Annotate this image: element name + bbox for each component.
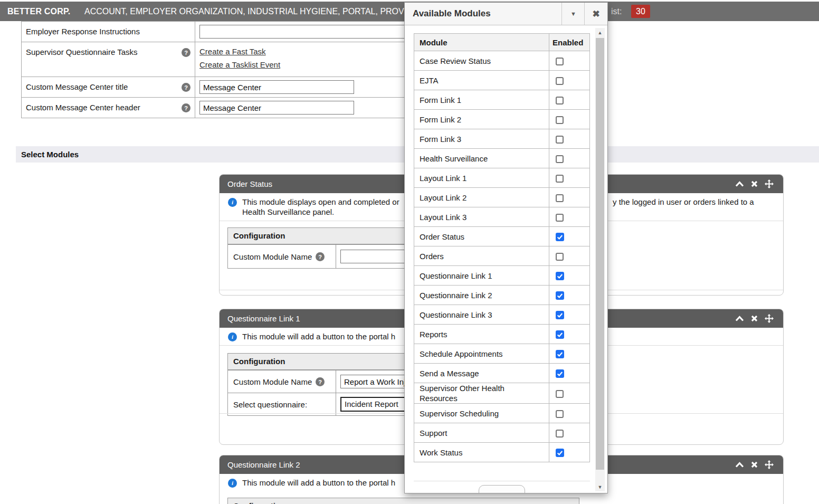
checkbox-checked-icon[interactable] xyxy=(556,350,564,358)
field-label: Custom Message Center title xyxy=(26,82,128,91)
dialog-scrollbar[interactable]: ▲ ▼ xyxy=(595,28,605,491)
checkbox-unchecked-icon[interactable] xyxy=(556,194,564,202)
checkbox-checked-icon[interactable] xyxy=(556,291,564,300)
panel-title: Order Status xyxy=(227,179,272,188)
scrollbar-thumb[interactable] xyxy=(596,38,604,470)
module-row: EJTA xyxy=(414,71,590,90)
module-row: Supervisor Other Health Resources xyxy=(414,383,590,404)
module-enabled-cell xyxy=(549,404,590,423)
help-icon[interactable]: ? xyxy=(316,252,325,261)
module-enabled-cell xyxy=(549,168,590,188)
message-center-title-input[interactable] xyxy=(199,80,354,94)
collapse-icon[interactable] xyxy=(735,181,744,187)
checkbox-checked-icon[interactable] xyxy=(556,311,564,319)
module-name: Questionnaire Link 1 xyxy=(414,266,549,286)
module-name: Health Surveillance xyxy=(414,149,549,168)
description-text-right: y the logged in user or orders linked to… xyxy=(613,197,754,207)
module-name: Questionnaire Link 2 xyxy=(414,286,549,305)
column-header-module: Module xyxy=(414,34,549,51)
module-row: Questionnaire Link 1 xyxy=(414,266,590,286)
module-name: Case Review Status xyxy=(414,51,549,71)
close-icon[interactable] xyxy=(751,461,758,468)
help-icon[interactable]: ? xyxy=(182,103,191,112)
module-enabled-cell xyxy=(549,443,590,462)
move-icon[interactable] xyxy=(765,460,774,469)
module-row: Support xyxy=(414,423,590,443)
module-name: Supervisor Other Health Resources xyxy=(414,383,549,404)
module-name: Send a Message xyxy=(414,364,549,383)
modules-table: Module Enabled Case Review StatusEJTAFor… xyxy=(414,33,590,462)
checkbox-unchecked-icon[interactable] xyxy=(556,214,564,222)
checkbox-unchecked-icon[interactable] xyxy=(556,58,564,65)
message-center-header-input[interactable] xyxy=(199,101,354,115)
checkbox-checked-icon[interactable] xyxy=(556,272,564,280)
module-row: Layout Link 2 xyxy=(414,188,590,207)
checkbox-checked-icon[interactable] xyxy=(556,233,564,241)
module-name: Schedule Appointments xyxy=(414,344,549,364)
help-icon[interactable]: ? xyxy=(182,48,191,57)
checkbox-checked-icon[interactable] xyxy=(556,449,564,457)
checkbox-unchecked-icon[interactable] xyxy=(556,175,564,183)
topbar-label-fragment: ist: xyxy=(611,2,622,21)
module-enabled-cell xyxy=(549,51,590,71)
module-enabled-cell xyxy=(549,325,590,344)
field-label: Custom Module Name xyxy=(233,252,312,261)
module-row: Case Review Status xyxy=(414,51,590,71)
module-enabled-cell xyxy=(549,246,590,266)
modules-tbody: Case Review StatusEJTAForm Link 1Form Li… xyxy=(414,51,590,462)
module-name: Form Link 2 xyxy=(414,110,549,129)
checkbox-unchecked-icon[interactable] xyxy=(556,97,564,104)
field-label: Select questionnaire: xyxy=(233,400,307,409)
checkbox-checked-icon[interactable] xyxy=(556,330,564,339)
close-dialog-button[interactable]: ✖ xyxy=(584,3,607,25)
help-icon[interactable]: ? xyxy=(182,83,191,92)
checkbox-unchecked-icon[interactable] xyxy=(556,390,564,398)
module-name: Layout Link 2 xyxy=(414,188,549,207)
dialog-titlebar[interactable]: Available Modules ▼ ✖ xyxy=(405,3,607,25)
module-name: Layout Link 1 xyxy=(414,168,549,188)
submit-row: SUBMIT xyxy=(414,481,590,493)
modules-table-header: Module Enabled xyxy=(414,34,590,51)
brand-name: BETTER CORP. xyxy=(7,2,70,21)
field-label: Custom Module Name xyxy=(233,377,312,386)
portal-settings-page: BETTER CORP. ACCOUNT, EMPLOYER ORGANIZAT… xyxy=(0,0,819,504)
submit-button[interactable]: SUBMIT xyxy=(479,485,525,493)
checkbox-unchecked-icon[interactable] xyxy=(556,253,564,261)
info-icon: i xyxy=(228,479,237,488)
module-name: Questionnaire Link 3 xyxy=(414,305,549,325)
count-badge: 30 xyxy=(631,5,650,18)
checkbox-unchecked-icon[interactable] xyxy=(556,410,564,418)
module-row: Reports xyxy=(414,325,590,344)
module-row: Schedule Appointments xyxy=(414,344,590,364)
module-enabled-cell xyxy=(549,149,590,168)
module-row: Orders xyxy=(414,246,590,266)
description-text-left: This module will add a button to the por… xyxy=(242,478,395,487)
module-name: Work Status xyxy=(414,443,549,462)
collapse-icon[interactable] xyxy=(735,462,744,468)
module-row: Form Link 1 xyxy=(414,90,590,110)
checkbox-unchecked-icon[interactable] xyxy=(556,116,564,124)
field-label: Employer Response Instructions xyxy=(26,27,140,36)
collapse-dialog-button[interactable]: ▼ xyxy=(561,3,585,25)
help-icon[interactable]: ? xyxy=(316,377,325,386)
module-enabled-cell xyxy=(549,188,590,207)
checkbox-checked-icon[interactable] xyxy=(556,369,564,378)
checkbox-unchecked-icon[interactable] xyxy=(556,155,564,163)
module-name: EJTA xyxy=(414,71,549,90)
move-icon[interactable] xyxy=(765,179,774,188)
scroll-up-arrow-icon[interactable]: ▲ xyxy=(595,28,605,37)
scroll-down-arrow-icon[interactable]: ▼ xyxy=(595,482,605,491)
checkbox-unchecked-icon[interactable] xyxy=(556,77,564,85)
module-name: Layout Link 3 xyxy=(414,207,549,227)
collapse-icon[interactable] xyxy=(735,316,744,322)
field-label: Supervisor Questionnaire Tasks xyxy=(26,47,138,56)
checkbox-unchecked-icon[interactable] xyxy=(556,136,564,144)
checkbox-unchecked-icon[interactable] xyxy=(556,430,564,438)
close-icon[interactable] xyxy=(751,315,758,322)
move-icon[interactable] xyxy=(765,314,774,323)
module-enabled-cell xyxy=(549,110,590,129)
module-enabled-cell xyxy=(549,344,590,364)
module-name: Reports xyxy=(414,325,549,344)
close-icon[interactable] xyxy=(751,180,758,187)
module-enabled-cell xyxy=(549,286,590,305)
